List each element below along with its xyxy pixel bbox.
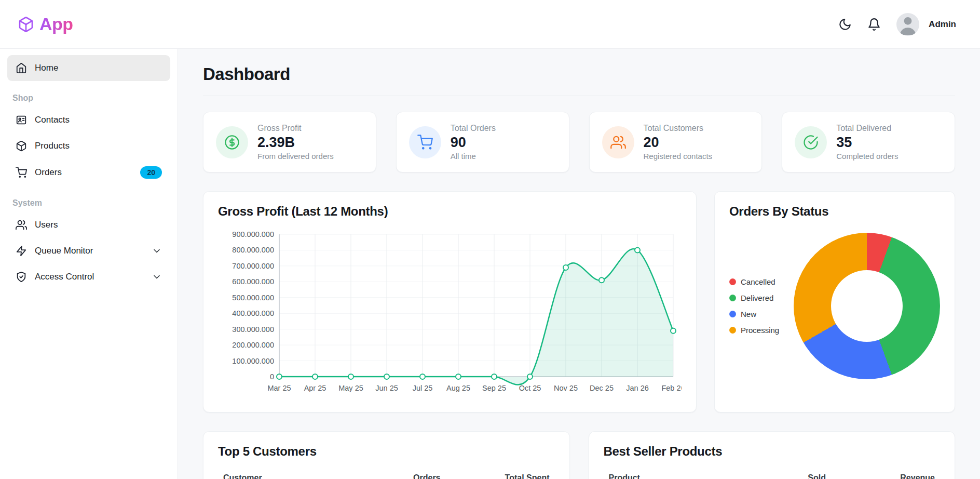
table-title: Top 5 Customers: [218, 444, 555, 459]
stat-card-total-customers: Total Customers 20 Registered contacts: [589, 112, 763, 172]
column-header-orders: Orders: [363, 473, 441, 479]
stat-value: 2.39B: [257, 135, 334, 151]
sidebar-section-system: System: [12, 198, 165, 208]
contacts-icon: [16, 114, 27, 126]
gross-profit-line-chart: 0100.000.000200.000.000300.000.000400.00…: [218, 227, 682, 400]
stat-card-total-delivered: Total Delivered 35 Completed orders: [782, 112, 955, 172]
tables-row: Top 5 Customers Customer Orders Total Sp…: [203, 431, 955, 479]
stat-label: Total Customers: [644, 124, 713, 133]
svg-text:Jan 26: Jan 26: [626, 384, 649, 392]
box-icon: [16, 140, 27, 152]
svg-text:Feb 26: Feb 26: [661, 384, 682, 392]
table-header-row: Product Sold Revenue: [604, 467, 941, 479]
stat-sublabel: Completed orders: [836, 152, 898, 161]
sidebar-item-queue-monitor[interactable]: Queue Monitor: [7, 238, 170, 264]
box-logo-icon: [18, 16, 34, 33]
users-icon: [16, 219, 27, 231]
sidebar-item-contacts[interactable]: Contacts: [7, 107, 170, 133]
table-title: Best Seller Products: [604, 444, 941, 459]
svg-text:Aug 25: Aug 25: [446, 384, 470, 392]
sidebar-item-home[interactable]: Home: [7, 55, 170, 81]
svg-text:Jul 25: Jul 25: [413, 384, 433, 392]
chevron-down-icon[interactable]: [152, 246, 162, 256]
svg-text:100.000.000: 100.000.000: [232, 357, 274, 365]
stat-label: Total Orders: [451, 124, 496, 133]
svg-text:400.000.000: 400.000.000: [232, 309, 274, 317]
sidebar-label: Users: [35, 220, 58, 230]
user-avatar[interactable]: [896, 13, 919, 36]
donut-chart-area: CancelledDeliveredNewProcessing: [729, 228, 940, 384]
legend-label: Cancelled: [741, 277, 775, 286]
top-header: App Admin: [0, 0, 980, 49]
stat-value: 20: [644, 135, 713, 151]
top-customers-panel: Top 5 Customers Customer Orders Total Sp…: [203, 431, 570, 479]
legend-item-processing: Processing: [729, 326, 791, 335]
orders-by-status-panel: Orders By Status CancelledDeliveredNewPr…: [714, 191, 955, 413]
gross-profit-chart-panel: Gross Profit (Last 12 Months) 0100.000.0…: [203, 191, 697, 413]
legend-label: Processing: [741, 326, 779, 335]
header-actions: Admin: [838, 13, 956, 36]
svg-text:700.000.000: 700.000.000: [232, 262, 274, 270]
legend-item-cancelled: Cancelled: [729, 277, 791, 286]
sidebar-item-access-control[interactable]: Access Control: [7, 264, 170, 290]
users-icon: [602, 126, 634, 158]
sidebar-item-users[interactable]: Users: [7, 212, 170, 238]
svg-text:Jun 25: Jun 25: [375, 384, 398, 392]
svg-text:900.000.000: 900.000.000: [232, 230, 274, 238]
title-divider: [203, 96, 955, 96]
sidebar-label: Access Control: [35, 272, 94, 282]
legend-color-dot: [729, 278, 736, 285]
column-header-revenue: Revenue: [826, 473, 935, 479]
legend-label: Delivered: [741, 294, 773, 302]
sidebar: Home Shop Contacts Products Orders 20 Sy…: [0, 49, 178, 479]
stat-label: Gross Profit: [257, 124, 334, 133]
column-header-sold: Sold: [748, 473, 826, 479]
sidebar-label: Queue Monitor: [35, 246, 93, 256]
sidebar-item-products[interactable]: Products: [7, 133, 170, 159]
legend-color-dot: [729, 295, 736, 301]
stat-value: 90: [451, 135, 496, 151]
chevron-down-icon[interactable]: [152, 272, 162, 282]
svg-text:600.000.000: 600.000.000: [232, 277, 274, 286]
page-title: Dashboard: [203, 64, 955, 84]
svg-text:Nov 25: Nov 25: [554, 384, 578, 392]
person-icon: [896, 13, 919, 36]
stat-card-gross-profit: Gross Profit 2.39B From delivered orders: [203, 112, 376, 172]
stat-value: 35: [836, 135, 898, 151]
chart-title: Gross Profit (Last 12 Months): [218, 204, 682, 219]
legend-color-dot: [729, 327, 736, 334]
user-name[interactable]: Admin: [929, 19, 956, 30]
cart-icon: [409, 126, 441, 158]
notifications-bell-icon[interactable]: [867, 18, 881, 31]
table-header-row: Customer Orders Total Spent: [218, 467, 555, 479]
svg-text:Apr 25: Apr 25: [304, 384, 326, 392]
svg-text:Dec 25: Dec 25: [590, 384, 614, 392]
stat-sublabel: From delivered orders: [257, 152, 334, 161]
svg-text:Oct 25: Oct 25: [519, 384, 541, 392]
sidebar-label: Products: [35, 141, 70, 151]
shield-check-icon: [16, 271, 27, 283]
svg-text:Sep 25: Sep 25: [482, 384, 506, 392]
charts-row: Gross Profit (Last 12 Months) 0100.000.0…: [203, 191, 955, 413]
main-content: Dashboard Gross Profit 2.39B From delive…: [178, 49, 980, 479]
svg-text:0: 0: [270, 372, 274, 381]
check-circle-icon: [795, 126, 827, 158]
orders-status-donut-chart: [794, 233, 940, 379]
orders-count-badge: 20: [140, 166, 162, 179]
sidebar-section-shop: Shop: [12, 94, 165, 103]
stat-card-total-orders: Total Orders 90 All time: [396, 112, 569, 172]
sidebar-item-orders[interactable]: Orders 20: [7, 159, 170, 186]
best-sellers-panel: Best Seller Products Product Sold Revenu…: [589, 431, 956, 479]
legend-label: New: [741, 310, 756, 318]
app-logo[interactable]: App: [18, 14, 73, 34]
stat-sublabel: Registered contacts: [644, 152, 713, 161]
column-header-product: Product: [609, 473, 748, 479]
app-name: App: [39, 14, 73, 34]
svg-text:800.000.000: 800.000.000: [232, 246, 274, 254]
column-header-customer: Customer: [223, 473, 363, 479]
column-header-total-spent: Total Spent: [441, 473, 550, 479]
lightning-icon: [16, 245, 27, 257]
svg-text:Mar 25: Mar 25: [267, 384, 291, 392]
dark-mode-moon-icon[interactable]: [838, 18, 852, 31]
sidebar-label: Contacts: [35, 115, 70, 125]
